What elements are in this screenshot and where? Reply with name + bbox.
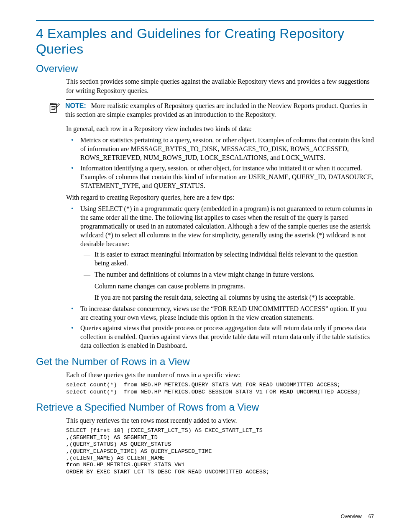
list-item: It is easier to extract meaningful infor…	[80, 250, 374, 267]
footer-page-number: 67	[368, 514, 374, 519]
list-item: Using SELECT (*) in a programmatic query…	[66, 204, 374, 302]
section-get-rows-heading: Get the Number of Rows in a View	[36, 356, 374, 368]
note-bottom-rule	[66, 120, 374, 120]
code-block-retrieve: SELECT [first 10] (EXEC_START_LCT_TS) AS…	[66, 427, 374, 475]
retrieve-intro: This query retrieves the ten rows most r…	[66, 416, 374, 425]
note-icon	[49, 101, 65, 116]
list-item: The number and definitions of columns in…	[80, 270, 374, 279]
tip1-text: Using SELECT (*) in a programmatic query…	[80, 205, 372, 247]
notebook-pencil-icon	[49, 102, 60, 114]
chapter-title: 4 Examples and Guidelines for Creating R…	[36, 26, 374, 57]
page: 4 Examples and Guidelines for Creating R…	[0, 0, 399, 532]
top-rule	[36, 20, 374, 21]
note-text: More realistic examples of Repository qu…	[65, 102, 367, 118]
list-item: Information identifying a query, session…	[66, 164, 374, 190]
get-rows-intro: Each of these queries gets the number of…	[66, 370, 374, 379]
note-top-rule	[66, 99, 374, 100]
tips-list: Using SELECT (*) in a programmatic query…	[66, 204, 374, 350]
list-item: Column name changes can cause problems i…	[80, 282, 374, 290]
list-item: To increase database concurrency, views …	[66, 304, 374, 322]
kinds-list: Metrics or statistics pertaining to a qu…	[66, 136, 374, 190]
overview-body: This section provides some simple querie…	[66, 77, 374, 350]
note-label: NOTE:	[65, 102, 86, 109]
page-footer: Overview67	[341, 514, 374, 519]
section-overview-heading: Overview	[36, 63, 374, 75]
tip1-sublist: It is easier to extract meaningful infor…	[80, 250, 374, 290]
list-item: Queries against views that provide proce…	[66, 324, 374, 350]
overview-intro: This section provides some simple querie…	[66, 77, 374, 95]
code-block-get-rows: select count(*) from NEO.HP_METRICS.QUER…	[66, 382, 374, 396]
note-block: NOTE:More realistic examples of Reposito…	[66, 99, 374, 120]
svg-rect-0	[50, 104, 57, 112]
footer-label: Overview	[341, 514, 362, 519]
list-item: Metrics or statistics pertaining to a qu…	[66, 136, 374, 162]
para-two-kinds: In general, each row in a Repository vie…	[66, 124, 374, 133]
retrieve-body: This query retrieves the ten rows most r…	[66, 416, 374, 475]
tip1-after: If you are not parsing the result data, …	[95, 293, 374, 302]
section-retrieve-heading: Retrieve a Specified Number of Rows from…	[36, 401, 374, 414]
tips-intro: With regard to creating Repository queri…	[66, 193, 374, 202]
get-rows-body: Each of these queries gets the number of…	[66, 370, 374, 396]
